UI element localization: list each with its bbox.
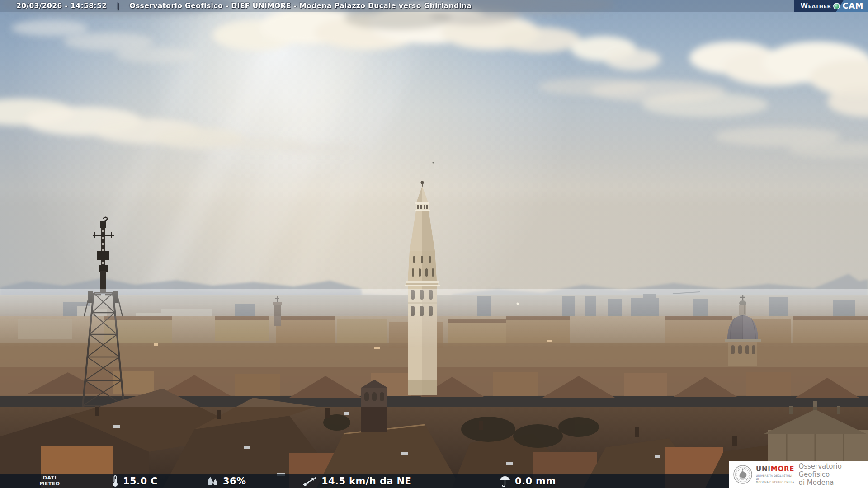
observatory-name: Osservatorio Geofisico di Modena [798,462,868,487]
humidity-readout: 36% [206,474,246,488]
water-drops-icon [206,475,219,487]
precipitation-readout: 0.0 mm [499,474,556,488]
unimore-branding-box: UNIMORE UNIVERSITÀ DEGLI STUDI DI MODENA… [729,461,868,488]
timestamp: 20/03/2026 - 14:58:52 [16,2,107,10]
page-title: Osservatorio Geofisico - DIEF UNIMORE - … [129,2,472,10]
umbrella-icon [499,475,511,488]
unimore-wordmark: UNIMORE [756,465,794,473]
weathercam-watermark: Weather CAM [794,0,868,12]
webcam-photo [0,0,868,488]
weathercam-cam-label: CAM [836,0,868,12]
unimore-seal-icon [733,465,752,484]
weather-bar-label: DATI METEO [28,475,71,487]
university-name: UNIVERSITÀ DEGLI STUDI DI MODENA E REGGI… [756,474,794,483]
header-strip: 20/03/2026 - 14:58:52 | Osservatorio Geo… [0,0,868,12]
thermometer-icon [112,475,119,488]
unimore-logo-text: UNIMORE UNIVERSITÀ DEGLI STUDI DI MODENA… [756,465,794,483]
temperature-readout: 15.0 C [112,474,158,488]
observatory-name-line1: Osservatorio Geofisico [798,462,868,479]
wind-vane-icon [302,475,317,488]
unimore-wordmark-uni: UNI [756,465,771,473]
wind-readout: 14.5 km/h da NE [302,474,411,488]
precipitation-value: 0.0 mm [515,476,556,487]
wind-value: 14.5 km/h da NE [321,476,411,487]
university-name-line2: MODENA E REGGIO EMILIA [756,480,794,483]
weather-bar-label-line2: METEO [39,481,60,487]
weather-bar-label-line1: DATI [43,475,57,481]
header-separator: | [117,2,119,10]
city-haze [0,316,868,407]
unimore-wordmark-more: MORE [771,465,795,473]
university-name-line1: UNIVERSITÀ DEGLI STUDI DI [756,474,792,480]
observatory-name-line2: di Modena [798,479,868,487]
temperature-value: 15.0 C [123,476,158,487]
weathercam-weather-label: Weather [801,2,831,10]
webcam-page: 20/03/2026 - 14:58:52 | Osservatorio Geo… [0,0,868,488]
humidity-value: 36% [223,476,246,487]
camera-lens-icon [833,3,840,9]
